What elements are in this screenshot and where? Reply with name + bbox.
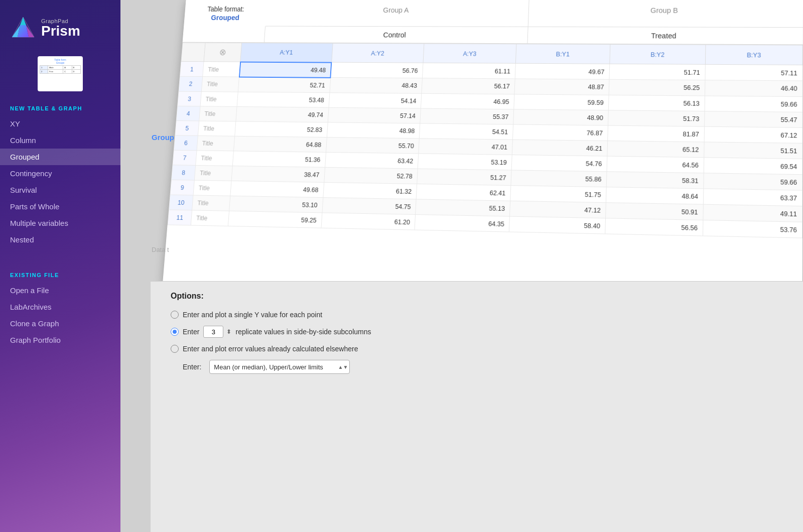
option-row-3: Enter and plot error values already calc… — [171, 345, 783, 353]
sidebar-item-labarchives[interactable]: LabArchives — [0, 299, 120, 315]
control-label: Control — [264, 27, 527, 44]
sidebar-item-open-file[interactable]: Open a File — [0, 282, 120, 299]
sidebar-item-grouped-label: Grouped — [10, 153, 39, 161]
sidebar-item-contingency[interactable]: Contingency — [0, 165, 120, 182]
group-a-header: Group A — [265, 0, 528, 27]
col-ay2-header[interactable]: A:Y2 — [331, 43, 424, 63]
group-side-label: Group — [152, 133, 174, 142]
sidebar-item-graph-portfolio-label: Graph Portfolio — [10, 336, 61, 344]
option-row-1: Enter and plot a single Y value for each… — [171, 311, 783, 319]
option-row-2: Enter ⬍ replicate values in side-by-side… — [171, 326, 783, 338]
data-table-wrapper: Table format: Grouped Group A Group B Co… — [163, 0, 803, 302]
sidebar: GraphPad Prism Table form Groupe 1MaleAB… — [0, 0, 120, 532]
replicate-input[interactable] — [203, 326, 223, 338]
sidebar-item-open-file-label: Open a File — [10, 286, 49, 295]
group-headers: Group A Group B — [265, 0, 803, 28]
subgroup-row: Control Treated — [183, 26, 803, 45]
sidebar-item-nested-label: Nested — [10, 235, 34, 244]
option2-suffix: replicate values in side-by-side subcolu… — [235, 328, 371, 336]
option3-text: Enter and plot error values already calc… — [183, 345, 358, 353]
table-format-label-area: Table format: Grouped — [184, 0, 267, 27]
col-ay3-header[interactable]: A:Y3 — [423, 44, 516, 63]
sidebar-item-labarchives-label: LabArchives — [10, 303, 52, 311]
table-header-area: Table format: Grouped Group A Group B — [184, 0, 803, 28]
title-header: ⊗ — [204, 43, 241, 62]
sidebar-item-xy[interactable]: XY — [0, 115, 120, 132]
sidebar-item-graph-portfolio[interactable]: Graph Portfolio — [0, 332, 120, 348]
sidebar-item-multiple-variables-label: Multiple variables — [10, 219, 68, 227]
col-by2-header[interactable]: B:Y2 — [610, 44, 706, 64]
treated-label: Treated — [527, 27, 803, 45]
option3-radio[interactable] — [171, 345, 179, 353]
enter-dropdown[interactable]: Mean (or median), Upper/Lower limitsMean… — [209, 360, 350, 374]
enter-dropdown-wrapper: Mean (or median), Upper/Lower limitsMean… — [209, 360, 350, 374]
enter-label: Enter: — [183, 363, 201, 371]
option1-text: Enter and plot a single Y value for each… — [183, 311, 322, 319]
subgroup-spacer — [183, 26, 265, 42]
sidebar-item-parts-of-whole[interactable]: Parts of Whole — [0, 198, 120, 215]
sidebar-item-nested[interactable]: Nested — [0, 231, 120, 248]
new-table-section-title: NEW TABLE & GRAPH — [0, 96, 120, 115]
col-ay1-header[interactable]: A:Y1 — [240, 43, 333, 63]
options-panel: Options: Enter and plot a single Y value… — [151, 281, 803, 532]
options-title: Options: — [171, 292, 783, 301]
table-format-text: Table format: — [207, 5, 244, 13]
sidebar-item-xy-label: XY — [10, 119, 20, 128]
sidebar-item-contingency-label: Contingency — [10, 169, 52, 178]
sidebar-item-grouped[interactable]: Grouped — [0, 149, 120, 165]
sidebar-item-survival[interactable]: Survival — [0, 182, 120, 198]
thumb-table: 1MaleAB 2FemCD — [40, 65, 81, 74]
close-icon[interactable]: ⊗ — [219, 47, 226, 57]
prism-logo-icon — [10, 15, 36, 41]
main-content: Table format: Grouped Group A Group B Co… — [120, 0, 803, 532]
data-table-label: Data t — [152, 246, 169, 253]
col-by1-header[interactable]: B:Y1 — [516, 44, 610, 64]
sidebar-item-column-label: Column — [10, 136, 36, 145]
enter-dropdown-row: Enter: Mean (or median), Upper/Lower lim… — [183, 360, 783, 374]
sidebar-item-clone-graph-label: Clone a Graph — [10, 319, 59, 328]
data-table: ⊗ A:Y1 A:Y2 A:Y3 B:Y1 B:Y2 B:Y3 1Title49… — [168, 43, 803, 238]
table-thumbnail: Table form Groupe 1MaleAB 2FemCD — [38, 56, 83, 91]
row-num-header — [181, 43, 205, 62]
option2-prefix: Enter — [183, 328, 199, 336]
sidebar-item-survival-label: Survival — [10, 186, 37, 194]
sidebar-item-column[interactable]: Column — [0, 132, 120, 149]
sidebar-item-multiple-variables[interactable]: Multiple variables — [0, 215, 120, 231]
option1-radio[interactable] — [171, 311, 179, 319]
table-format-grouped[interactable]: Grouped — [191, 14, 259, 22]
thumb-grouped-label: Groupe — [40, 61, 81, 64]
logo-text: GraphPad Prism — [41, 18, 80, 38]
stepper-icon[interactable]: ⬍ — [226, 328, 231, 335]
sidebar-item-parts-of-whole-label: Parts of Whole — [10, 202, 59, 211]
logo-area: GraphPad Prism — [0, 0, 120, 51]
col-by3-header[interactable]: B:Y3 — [705, 45, 802, 65]
existing-file-section-title: EXISTING FILE — [0, 263, 120, 282]
group-b-header: Group B — [527, 0, 803, 28]
prism-label: Prism — [41, 24, 80, 38]
option2-radio[interactable] — [171, 328, 179, 336]
sidebar-item-clone-graph[interactable]: Clone a Graph — [0, 315, 120, 332]
